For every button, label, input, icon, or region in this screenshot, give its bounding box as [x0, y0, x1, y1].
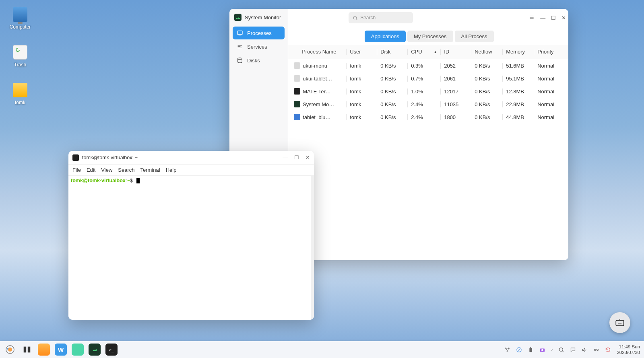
nav-label: Services	[247, 44, 267, 50]
menu-view[interactable]: View	[101, 167, 112, 173]
nav-services[interactable]: Services	[233, 40, 285, 53]
table-row[interactable]: System Mo…tomk0 KB/s2.4%110350 KB/s22.9M…	[288, 98, 568, 111]
table-row[interactable]: ukui-tablet…tomk0 KB/s0.7%20610 KB/s95.1…	[288, 72, 568, 85]
process-name: ukui-tablet…	[303, 76, 332, 82]
menu-terminal[interactable]: Terminal	[140, 167, 160, 173]
process-user: tomk	[346, 114, 377, 120]
hamburger-icon	[529, 14, 535, 20]
svg-rect-17	[28, 347, 30, 353]
svg-point-3	[353, 16, 357, 19]
taskbar-clock[interactable]: 11:49 Sun 2023/07/30	[617, 344, 640, 356]
col-memory[interactable]: Memory	[502, 49, 534, 55]
tray-camera-icon[interactable]	[539, 347, 545, 353]
table-row[interactable]: MATE Ter…tomk0 KB/s1.0%120170 KB/s12.3MB…	[288, 85, 568, 98]
nav-processes[interactable]: Processes	[233, 27, 285, 39]
process-name: tablet_blu…	[303, 114, 330, 120]
start-icon	[5, 345, 15, 354]
taskbar-terminal[interactable]: >_	[105, 344, 118, 356]
sort-asc-icon: ▲	[433, 50, 437, 54]
process-id: 1800	[440, 114, 471, 120]
table-row[interactable]: ukui-menutomk0 KB/s0.3%20520 KB/s51.6MBN…	[288, 59, 568, 72]
process-user: tomk	[346, 76, 377, 82]
desktop-icon-label: tomk	[4, 100, 36, 105]
taskbar: W >_ › 11:49 Sun 2023/07/30	[0, 341, 644, 358]
desktop-icon-trash[interactable]: Trash	[4, 45, 36, 68]
folder-icon	[13, 83, 27, 97]
tray-updates-icon[interactable]	[516, 347, 522, 353]
tab-applications[interactable]: Applications	[365, 31, 406, 42]
nav-disks[interactable]: Disks	[233, 54, 285, 67]
taskbar-system-monitor[interactable]	[89, 344, 101, 356]
tray-expand-icon[interactable]: ›	[551, 347, 553, 352]
minimize-button[interactable]: —	[283, 154, 288, 160]
search-icon	[353, 15, 358, 21]
process-icon	[294, 114, 300, 120]
menu-edit[interactable]: Edit	[87, 167, 95, 173]
taskbar-app-2[interactable]	[72, 344, 84, 356]
desktop-icon-home[interactable]: tomk	[4, 83, 36, 105]
tray-apps-icon[interactable]	[504, 347, 510, 353]
start-menu-button[interactable]	[4, 344, 16, 356]
col-id[interactable]: ID	[440, 49, 471, 55]
svg-rect-26	[530, 347, 532, 348]
table-row[interactable]: tablet_blu…tomk0 KB/s2.4%18000 KB/s44.8M…	[288, 111, 568, 123]
scrollbar[interactable]	[311, 176, 314, 320]
terminal-title: tomk@tomk-virtualbox: ~	[82, 155, 138, 160]
svg-point-28	[541, 349, 543, 351]
process-cpu: 0.7%	[407, 76, 440, 82]
process-disk: 0 KB/s	[377, 63, 407, 69]
clock-date: 2023/07/30	[617, 350, 640, 355]
terminal-app-icon	[72, 154, 79, 161]
process-id: 2052	[440, 63, 471, 69]
process-netflow: 0 KB/s	[471, 114, 502, 120]
svg-rect-8	[616, 321, 624, 326]
tray-notifications-icon[interactable]	[570, 347, 576, 353]
process-memory: 44.8MB	[502, 114, 534, 120]
menu-file[interactable]: File	[72, 167, 81, 173]
computer-icon	[13, 7, 27, 22]
minimize-button[interactable]: —	[540, 15, 545, 21]
menu-search[interactable]: Search	[118, 167, 134, 173]
process-disk: 0 KB/s	[377, 101, 407, 107]
titlebar: System Monitor	[233, 13, 285, 27]
process-cpu: 0.3%	[407, 63, 440, 69]
process-netflow: 0 KB/s	[471, 76, 502, 82]
process-user: tomk	[346, 88, 377, 95]
app-icon	[234, 14, 242, 21]
process-memory: 12.3MB	[502, 88, 534, 95]
process-priority: Normal	[534, 63, 564, 69]
tray-refresh-icon[interactable]	[605, 347, 611, 353]
task-view-button[interactable]	[21, 344, 33, 356]
menu-help[interactable]: Help	[166, 167, 177, 173]
close-button[interactable]: ✕	[305, 154, 310, 160]
tray-network-icon[interactable]	[593, 347, 599, 353]
taskbar-app-1[interactable]	[38, 344, 50, 356]
taskbar-app-wps[interactable]: W	[55, 344, 67, 356]
col-priority[interactable]: Priority	[534, 49, 564, 55]
svg-line-22	[506, 348, 508, 351]
col-cpu[interactable]: CPU▲	[407, 49, 440, 55]
svg-point-15	[7, 348, 8, 350]
col-name[interactable]: Process Name	[294, 49, 346, 55]
menu-button[interactable]	[529, 14, 535, 21]
tray-battery-icon[interactable]	[528, 347, 534, 353]
terminal-menubar: File Edit View Search Terminal Help	[68, 165, 314, 176]
desktop-icon-computer[interactable]: Computer	[4, 7, 36, 30]
window-title: System Monitor	[245, 14, 281, 21]
svg-rect-0	[237, 31, 242, 35]
col-netflow[interactable]: Netflow	[471, 49, 502, 55]
process-memory: 95.1MB	[502, 76, 534, 82]
tab-my-processes[interactable]: My Processes	[407, 31, 453, 42]
tray-volume-icon[interactable]	[582, 347, 588, 353]
onscreen-keyboard-button[interactable]	[609, 312, 630, 333]
maximize-button[interactable]: ☐	[551, 15, 556, 21]
close-button[interactable]: ✕	[561, 15, 566, 21]
col-user[interactable]: User	[346, 49, 377, 55]
tray-search-icon[interactable]	[558, 347, 564, 353]
maximize-button[interactable]: ☐	[294, 154, 299, 160]
tab-all-process[interactable]: All Process	[455, 31, 494, 42]
table-header: Process Name User Disk CPU▲ ID Netflow M…	[288, 45, 568, 59]
terminal-body[interactable]: tomk@tomk-virtualbox:~$	[68, 176, 314, 320]
col-disk[interactable]: Disk	[377, 49, 407, 55]
search-input[interactable]: Search	[349, 12, 413, 23]
